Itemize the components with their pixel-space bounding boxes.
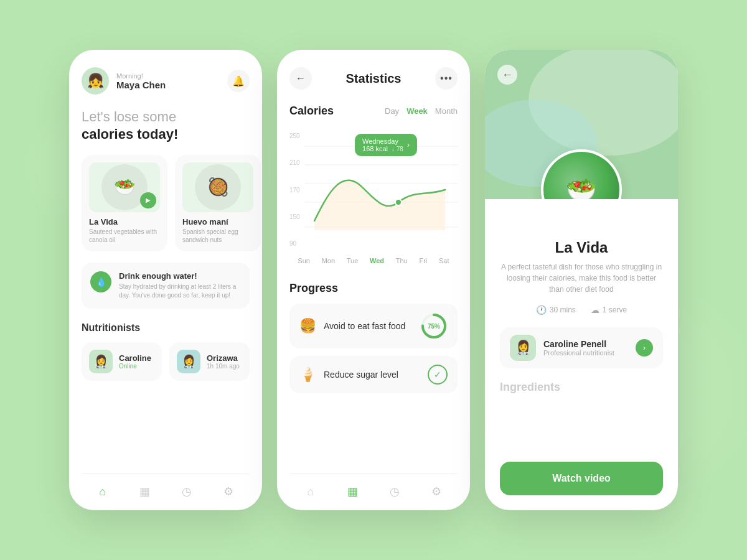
progress-value-1: 75% — [420, 312, 448, 340]
nav-stats-1[interactable]: ▦ — [136, 483, 153, 500]
y-label-5: 90 — [289, 240, 300, 247]
nutritionists-title: Nutritionists — [82, 322, 250, 334]
food-cards: 🥗 ▶ La Vida Sauteed vegetables with cano… — [82, 155, 250, 251]
avatar: 👧 — [82, 67, 109, 95]
day-thu: Thu — [396, 257, 408, 264]
day-mon: Mon — [322, 257, 335, 264]
nav-clock-2[interactable]: ◷ — [386, 483, 403, 500]
day-sat: Sat — [439, 257, 449, 264]
svg-point-5 — [395, 199, 402, 205]
food-image-2: 🥘 — [195, 164, 241, 210]
nutritionist-2[interactable]: 👩‍⚕️ Orizawa 1h 10m ago — [169, 342, 250, 381]
period-tabs: Day Week Month — [385, 106, 458, 116]
bottom-nav-1: ⌂ ▦ ◷ ⚙ — [82, 474, 250, 510]
progress-title: Progress — [289, 282, 458, 295]
nutritionist-1[interactable]: 👩‍⚕️ Caroline Online — [82, 342, 162, 381]
water-tip-title: Drink enough water! — [119, 271, 241, 281]
food-card-1[interactable]: 🥗 ▶ La Vida Sauteed vegetables with cano… — [82, 155, 167, 251]
tooltip-delta: ↓ 78 — [392, 146, 403, 152]
phone-3: ← 🥗 La Vida A perfect tasteful dish for … — [485, 50, 678, 510]
clock-icon: 🕐 — [536, 305, 547, 315]
calories-label: Calories — [289, 105, 334, 118]
nav-clock-1[interactable]: ◷ — [178, 483, 195, 500]
nutritionist-title-3: Professional nutritionist — [543, 349, 614, 357]
calories-chart: 250 210 170 150 90 — [289, 128, 458, 252]
dish-name: La Vida — [500, 239, 663, 256]
dish-description: A perfect tasteful dish for those who st… — [500, 261, 663, 295]
phone-2: ← Statistics ••• Calories Day Week Month… — [277, 50, 470, 510]
day-fri: Fri — [419, 257, 427, 264]
food-name-2: Huevo maní — [182, 217, 253, 226]
nutritionist-status-1: Online — [119, 363, 151, 370]
nutritionist-avatar-2: 👩‍⚕️ — [177, 350, 200, 373]
time-meta: 🕐 30 mins — [536, 305, 576, 315]
nutritionist-avatar-3: 👩‍⚕️ — [510, 335, 536, 361]
statistics-title: Statistics — [346, 72, 402, 86]
serve-meta: ☁ 1 serve — [591, 305, 627, 315]
serve-icon: ☁ — [591, 305, 599, 315]
back-button-3[interactable]: ← — [497, 65, 517, 85]
y-label-4: 150 — [289, 213, 300, 220]
nutritionist-card-3[interactable]: 👩‍⚕️ Caroline Penell Professional nutrit… — [500, 327, 663, 368]
tagline-bold: calories today! — [82, 126, 250, 142]
food-card-2[interactable]: 🥘 Huevo maní Spanish special egg sandwic… — [175, 155, 261, 251]
period-day[interactable]: Day — [385, 106, 399, 116]
play-button-1[interactable]: ▶ — [140, 192, 156, 208]
water-tip-subtitle: Stay hydrated by drinking at least 2 lit… — [119, 282, 241, 300]
tooltip-arrow-icon: › — [407, 141, 410, 149]
time-value: 30 mins — [550, 306, 576, 314]
nav-home-2[interactable]: ⌂ — [302, 483, 319, 500]
hero-image: ← 🥗 — [485, 50, 678, 199]
progress-label-1: Avoid to eat fast food — [324, 321, 413, 331]
progress-item-1: 🍔 Avoid to eat fast food 75% — [289, 304, 458, 348]
nutritionist-name-2: Orizawa — [207, 353, 240, 363]
bottom-nav-2: ⌂ ▦ ◷ ⚙ — [289, 474, 458, 510]
notification-bell[interactable]: 🔔 — [227, 70, 250, 92]
progress-check-2: ✓ — [428, 365, 448, 385]
nutritionist-name-3: Caroline Penell — [543, 339, 614, 349]
progress-item-2: 🍦 Reduce sugar level ✓ — [289, 356, 458, 393]
chart-tooltip: Wednesday 168 kcal ↓ 78 › — [355, 134, 417, 156]
back-button-2[interactable]: ← — [289, 67, 312, 90]
day-tue: Tue — [347, 257, 359, 264]
serve-value: 1 serve — [603, 306, 627, 314]
nutritionists-list: 👩‍⚕️ Caroline Online 👩‍⚕️ Orizawa 1h 10m… — [82, 342, 250, 381]
progress-ring-1: 75% — [420, 312, 448, 340]
day-wed[interactable]: Wed — [370, 257, 384, 264]
sugar-icon: 🍦 — [299, 366, 316, 383]
nutritionist-status-2: 1h 10m ago — [207, 363, 240, 370]
nutritionist-name-1: Caroline — [119, 353, 151, 363]
period-month[interactable]: Month — [435, 106, 458, 116]
tooltip-kcal: 168 kcal — [362, 145, 388, 152]
watch-video-button[interactable]: Watch video — [500, 462, 663, 495]
progress-label-2: Reduce sugar level — [324, 370, 420, 380]
nav-stats-2[interactable]: ▦ — [344, 483, 361, 500]
day-sun: Sun — [298, 257, 310, 264]
nav-settings-1[interactable]: ⚙ — [220, 483, 237, 500]
food-desc-2: Spanish special egg sandwich nuts — [182, 228, 253, 244]
food-desc-1: Sauteed vegetables with canola oil — [89, 228, 160, 244]
user-name: Maya Chen — [116, 80, 227, 90]
greeting-text: Morning! — [116, 72, 227, 80]
tagline: Let's lose some calories today! — [82, 108, 250, 142]
y-label-3: 170 — [289, 187, 300, 194]
chart-days: Sun Mon Tue Wed Thu Fri Sat — [289, 257, 458, 264]
more-options-2[interactable]: ••• — [435, 67, 458, 90]
tagline-light: Let's lose some — [82, 108, 250, 126]
nav-home-1[interactable]: ⌂ — [94, 483, 111, 500]
tooltip-day: Wednesday — [362, 138, 403, 145]
ingredients-title: Ingredients — [500, 381, 663, 394]
nav-settings-2[interactable]: ⚙ — [428, 483, 445, 500]
period-week[interactable]: Week — [406, 106, 428, 116]
nutritionist-avatar-1: 👩‍⚕️ — [89, 350, 113, 373]
phone-1: 👧 Morning! Maya Chen 🔔 Let's lose some c… — [69, 50, 262, 510]
y-label-1: 250 — [289, 133, 300, 139]
water-icon: 💧 — [90, 271, 111, 292]
food-name-1: La Vida — [89, 217, 160, 226]
nutritionist-arrow[interactable]: › — [636, 339, 653, 357]
fastfood-icon: 🍔 — [299, 318, 316, 334]
water-tip: 💧 Drink enough water! Stay hydrated by d… — [82, 263, 250, 309]
dish-meta: 🕐 30 mins ☁ 1 serve — [500, 305, 663, 315]
y-label-2: 210 — [289, 159, 300, 166]
